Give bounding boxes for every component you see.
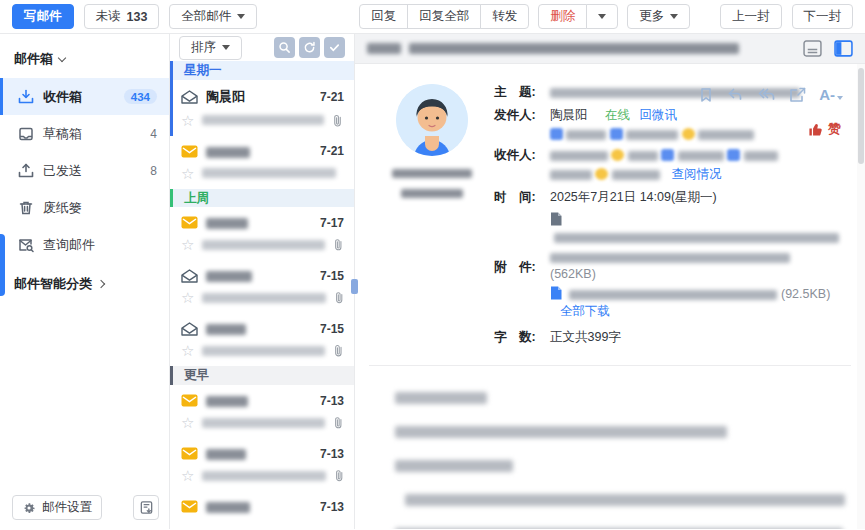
delete-button[interactable]: 删除 bbox=[538, 4, 587, 29]
section-label: 上周 bbox=[184, 190, 209, 207]
reply-button-small[interactable] bbox=[727, 87, 744, 102]
from-label: 发件人: bbox=[494, 107, 550, 124]
mail-list-item[interactable]: 7-15 ☆ bbox=[170, 260, 354, 313]
star-icon[interactable]: ☆ bbox=[181, 468, 194, 483]
forward-button-small[interactable] bbox=[789, 87, 806, 103]
mail-date: 7-13 bbox=[320, 447, 344, 461]
time-value: 2025年7月21日 14:09(星期一) bbox=[550, 189, 839, 206]
compose-button[interactable]: 写邮件 bbox=[12, 4, 74, 29]
search-mail-icon bbox=[18, 237, 34, 253]
pane-splitter-handle[interactable] bbox=[351, 279, 358, 294]
attachment-label: 附 件: bbox=[494, 259, 550, 276]
mail-settings-button[interactable]: 邮件设置 bbox=[12, 495, 102, 520]
refresh-button[interactable] bbox=[299, 37, 320, 58]
mail-list-item[interactable]: 7-13 bbox=[170, 491, 354, 529]
star-icon[interactable]: ☆ bbox=[181, 290, 194, 305]
section-label: 星期一 bbox=[184, 62, 222, 79]
unread-envelope-icon bbox=[181, 394, 198, 407]
redacted-body-line bbox=[395, 426, 727, 438]
like-button[interactable]: 赞 bbox=[808, 120, 841, 138]
mail-list-item[interactable]: 7-13 ☆ bbox=[170, 438, 354, 491]
redacted-to-detail-2: 查阅情况 bbox=[550, 166, 839, 183]
tag-button[interactable] bbox=[698, 87, 714, 103]
reply-all-button[interactable]: 回复全部 bbox=[407, 4, 481, 29]
inbox-count-badge: 434 bbox=[124, 89, 157, 104]
download-all-link[interactable]: 全部下载 bbox=[560, 304, 610, 318]
reader-scrollbar[interactable] bbox=[857, 64, 865, 529]
view-status-link[interactable]: 查阅情况 bbox=[671, 167, 721, 181]
sidebar-item-inbox[interactable]: 收件箱 434 bbox=[0, 78, 169, 115]
quick-note-button[interactable] bbox=[133, 495, 159, 520]
file-icon bbox=[550, 286, 562, 300]
sort-dropdown[interactable]: 排序 bbox=[179, 36, 242, 60]
star-icon[interactable]: ☆ bbox=[181, 113, 194, 128]
note-icon bbox=[139, 500, 154, 515]
scrollbar-thumb[interactable] bbox=[858, 68, 864, 164]
redacted-subject bbox=[202, 418, 325, 428]
column-layout-button[interactable] bbox=[834, 40, 853, 57]
mail-list-item[interactable]: 7-13 ☆ bbox=[170, 385, 354, 438]
gear-icon bbox=[22, 501, 36, 515]
paperclip-icon bbox=[333, 238, 344, 251]
mail-body bbox=[355, 366, 865, 529]
reply-all-button-small[interactable] bbox=[757, 87, 776, 102]
redacted-to-detail bbox=[550, 147, 839, 164]
paperclip-icon bbox=[334, 469, 344, 482]
list-section-earlier: 更早 bbox=[170, 366, 354, 385]
font-size-label: A- bbox=[819, 86, 835, 103]
unread-filter-button[interactable]: 未读133 bbox=[84, 4, 160, 29]
mail-sender bbox=[206, 446, 312, 461]
mail-date: 7-21 bbox=[320, 90, 344, 104]
sidebar-item-drafts[interactable]: 草稿箱 4 bbox=[0, 115, 169, 152]
reading-layout-button[interactable] bbox=[803, 40, 822, 57]
reply-button[interactable]: 回复 bbox=[359, 4, 408, 29]
attachment-item[interactable]: (92.5KB) 全部下载 bbox=[550, 286, 839, 320]
chevron-right-icon bbox=[97, 280, 105, 288]
all-mail-dropdown[interactable]: 全部邮件 bbox=[169, 4, 257, 29]
mailbox-section-header[interactable]: 邮件箱 bbox=[0, 44, 169, 78]
redacted-attachment-name bbox=[550, 253, 790, 263]
star-icon[interactable]: ☆ bbox=[181, 343, 194, 358]
wechat-reply-link[interactable]: 回微讯 bbox=[639, 108, 677, 122]
emoji-icon bbox=[595, 168, 608, 180]
word-count-label: 字 数: bbox=[494, 329, 550, 346]
mail-list-item[interactable]: 7-15 ☆ bbox=[170, 313, 354, 366]
font-size-button[interactable]: A- bbox=[819, 86, 843, 103]
sidebar-item-search-mail[interactable]: 查询邮件 bbox=[0, 226, 169, 263]
star-icon[interactable]: ☆ bbox=[181, 237, 194, 252]
sidebar-item-trash[interactable]: 废纸篓 bbox=[0, 189, 169, 226]
side-panel-handle[interactable] bbox=[0, 234, 5, 296]
contact-icon bbox=[550, 128, 563, 140]
horizontal-split-icon bbox=[803, 40, 822, 57]
mail-sender bbox=[206, 215, 312, 230]
search-icon bbox=[278, 41, 291, 54]
mail-list-item[interactable]: 7-17 ☆ bbox=[170, 207, 354, 260]
mail-list-item[interactable]: 陶晨阳 7-21 ☆ bbox=[170, 80, 354, 136]
mail-date: 7-15 bbox=[320, 322, 344, 336]
previous-mail-button[interactable]: 上一封 bbox=[720, 4, 782, 29]
mail-list-item[interactable]: 7-21 ☆ bbox=[170, 136, 354, 189]
to-detail-row: 查阅情况 bbox=[494, 166, 839, 183]
trash-icon bbox=[18, 200, 34, 216]
star-icon[interactable]: ☆ bbox=[181, 166, 194, 181]
emoji-icon bbox=[682, 128, 695, 140]
select-button[interactable] bbox=[324, 37, 345, 58]
time-row: 时 间: 2025年7月21日 14:09(星期一) bbox=[494, 189, 839, 206]
unread-envelope-icon bbox=[181, 216, 198, 229]
drafts-count: 4 bbox=[150, 127, 157, 141]
star-icon[interactable]: ☆ bbox=[181, 415, 194, 430]
check-icon bbox=[328, 41, 341, 54]
inbox-icon bbox=[18, 89, 34, 105]
search-button[interactable] bbox=[274, 37, 295, 58]
redacted-sender-address bbox=[401, 189, 463, 198]
more-dropdown[interactable]: 更多 bbox=[627, 4, 690, 29]
attachment-item[interactable]: (562KB) bbox=[550, 212, 839, 283]
next-mail-button[interactable]: 下一封 bbox=[792, 4, 854, 29]
forward-button[interactable]: 转发 bbox=[480, 4, 529, 29]
forward-icon bbox=[789, 87, 806, 103]
sidebar-item-smart-classify[interactable]: 邮件智能分类 bbox=[0, 263, 169, 305]
mail-sender bbox=[206, 321, 312, 336]
delete-dropdown-button[interactable] bbox=[586, 4, 618, 29]
sidebar-item-sent[interactable]: 已发送 8 bbox=[0, 152, 169, 189]
reader-subject-bar bbox=[355, 34, 865, 64]
